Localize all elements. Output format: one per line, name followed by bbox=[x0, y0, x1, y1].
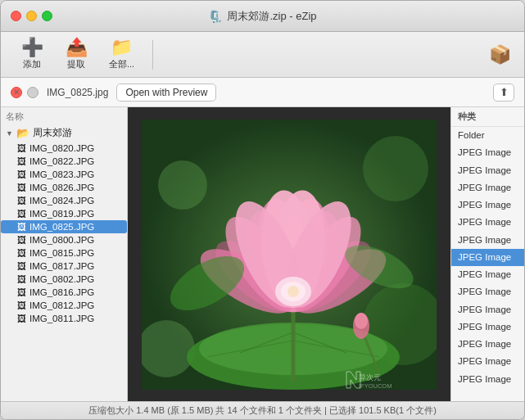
kind-item: JPEG Image bbox=[451, 371, 524, 388]
maximize-button[interactable] bbox=[42, 11, 52, 21]
file-name: IMG_0823.JPG bbox=[29, 169, 94, 179]
dropbox-button[interactable]: 📦 bbox=[489, 44, 511, 65]
kind-item: JPEG Image bbox=[451, 196, 524, 214]
kind-column-header: 种类 bbox=[451, 107, 524, 127]
extract-label: 提取 bbox=[67, 58, 85, 70]
title-bar: 🗜️ 周末郊游.zip - eZip bbox=[1, 1, 524, 32]
file-name: IMG_0820.JPG bbox=[29, 143, 94, 153]
add-label: 添加 bbox=[23, 58, 41, 70]
file-name: IMG_0815.JPG bbox=[29, 248, 94, 258]
toolbar-divider bbox=[152, 40, 153, 70]
close-button[interactable] bbox=[11, 11, 21, 21]
traffic-lights bbox=[11, 11, 52, 21]
folder-row[interactable]: ▼ 📂 周末郊游 bbox=[1, 124, 127, 142]
all-label: 全部... bbox=[109, 58, 134, 70]
file-name: IMG_0800.JPG bbox=[29, 235, 94, 245]
file-name: IMG_0819.JPG bbox=[29, 209, 94, 219]
add-icon: ➕ bbox=[21, 38, 43, 56]
kind-item: JPEG Image bbox=[451, 232, 524, 249]
sidebar-header: 名称 bbox=[1, 107, 127, 124]
title-center: 🗜️ 周末郊游.zip - eZip bbox=[208, 9, 316, 24]
kind-item: JPEG Image bbox=[451, 214, 524, 231]
kind-item: JPEG Image bbox=[451, 318, 524, 336]
list-item[interactable]: 🖼 IMG_0826.JPG bbox=[1, 181, 127, 194]
svg-text:异次元: 异次元 bbox=[359, 373, 381, 382]
list-item[interactable]: 🖼 IMG_0812.JPG bbox=[1, 299, 127, 312]
file-name: IMG_0824.JPG bbox=[29, 196, 94, 205]
main-content: 名称 ▼ 📂 周末郊游 🖼 IMG_0820.JPG 🖼 IMG_0822.JP… bbox=[1, 107, 524, 401]
file-icon: 🖼 bbox=[17, 300, 26, 310]
share-button[interactable]: ⬆ bbox=[493, 84, 514, 102]
svg-point-2 bbox=[363, 136, 428, 201]
file-name: IMG_0802.JPG bbox=[29, 274, 94, 284]
add-button[interactable]: ➕ 添加 bbox=[14, 35, 50, 74]
extract-button[interactable]: 📤 提取 bbox=[58, 35, 94, 74]
file-name: IMG_0826.JPG bbox=[29, 183, 94, 192]
file-icon: 🖼 bbox=[17, 143, 26, 153]
list-item[interactable]: 🖼 IMG_0816.JPG bbox=[1, 286, 127, 299]
list-item[interactable]: 🖼 IMG_0824.JPG bbox=[1, 194, 127, 207]
folder-name: 周末郊游 bbox=[33, 126, 72, 140]
svg-point-1 bbox=[158, 160, 207, 210]
list-item[interactable]: 🖼 IMG_0800.JPG bbox=[1, 233, 127, 246]
file-name: IMG_0812.JPG bbox=[29, 300, 94, 310]
preview-close-btn[interactable]: ✕ bbox=[11, 87, 22, 98]
kind-item: JPEG Image bbox=[451, 144, 524, 161]
lotus-preview-image: 异次元 IFYOUCOM bbox=[142, 120, 437, 390]
status-bar: 压缩包大小 1.4 MB (原 1.5 MB) 共 14 个文件和 1 个文件夹… bbox=[1, 401, 524, 419]
toolbar: ➕ 添加 📤 提取 📁 全部... 📦 bbox=[1, 32, 524, 78]
preview-close-buttons: ✕ bbox=[11, 87, 38, 98]
file-icon: 🖼 bbox=[17, 183, 26, 192]
file-icon: 🖼 bbox=[17, 287, 26, 297]
folder-icon: 📂 bbox=[16, 127, 29, 139]
file-icon: 🖼 bbox=[17, 222, 26, 232]
share-icon: ⬆ bbox=[500, 86, 509, 98]
preview-toolbar: ✕ IMG_0825.jpg Open with Preview ⬆ bbox=[1, 78, 524, 107]
svg-point-30 bbox=[287, 286, 299, 297]
file-icon: 🖼 bbox=[17, 235, 26, 245]
kind-item: Folder bbox=[451, 127, 524, 144]
kind-item: JPEG Image bbox=[451, 179, 524, 196]
list-item[interactable]: 🖼 IMG_0819.JPG bbox=[1, 207, 127, 220]
file-icon: 🖼 bbox=[17, 156, 26, 166]
kind-item: JPEG Image bbox=[451, 283, 524, 300]
file-icon: 🖼 bbox=[17, 196, 26, 205]
list-item[interactable]: 🖼 IMG_0823.JPG bbox=[1, 168, 127, 181]
kind-item: JPEG Image bbox=[451, 162, 524, 179]
file-icon: 🖼 bbox=[17, 248, 26, 258]
svg-text:IFYOUCOM: IFYOUCOM bbox=[359, 382, 391, 390]
all-button[interactable]: 📁 全部... bbox=[102, 35, 141, 74]
name-column-header: 名称 bbox=[6, 111, 24, 123]
right-panel: 异次元 IFYOUCOM 种类 Folder JPEG Image JPEG I… bbox=[128, 107, 524, 401]
kind-panel: 种类 Folder JPEG Image JPEG Image JPEG Ima… bbox=[450, 107, 524, 401]
file-icon: 🖼 bbox=[17, 209, 26, 219]
sidebar: 名称 ▼ 📂 周末郊游 🖼 IMG_0820.JPG 🖼 IMG_0822.JP… bbox=[1, 107, 128, 401]
window-title: 周末郊游.zip - eZip bbox=[227, 9, 316, 24]
file-name: IMG_0822.JPG bbox=[29, 156, 94, 166]
file-name: IMG_0825.JPG bbox=[29, 222, 94, 232]
file-icon: 🖼 bbox=[17, 274, 26, 284]
minimize-button[interactable] bbox=[26, 11, 37, 21]
preview-filename: IMG_0825.jpg bbox=[47, 87, 108, 98]
list-item[interactable]: 🖼 IMG_0822.JPG bbox=[1, 155, 127, 168]
folder-arrow-icon: ▼ bbox=[6, 129, 13, 138]
preview-nav-btn[interactable] bbox=[27, 87, 38, 98]
file-icon: 🖼 bbox=[17, 169, 26, 179]
kind-item: JPEG Image bbox=[451, 266, 524, 283]
kind-item: JPEG Image bbox=[451, 301, 524, 318]
all-icon: 📁 bbox=[111, 38, 133, 56]
file-name: IMG_0811.JPG bbox=[29, 314, 94, 323]
file-name: IMG_0817.JPG bbox=[29, 261, 94, 271]
file-icon: 🖼 bbox=[17, 314, 26, 323]
kind-item-selected: JPEG Image bbox=[451, 249, 524, 266]
file-name: IMG_0816.JPG bbox=[29, 287, 94, 297]
open-with-preview-button[interactable]: Open with Preview bbox=[116, 84, 216, 102]
kind-item: JPEG Image bbox=[451, 336, 524, 353]
list-item[interactable]: 🖼 IMG_0802.JPG bbox=[1, 273, 127, 286]
svg-point-33 bbox=[355, 313, 368, 329]
list-item[interactable]: 🖼 IMG_0815.JPG bbox=[1, 246, 127, 260]
list-item[interactable]: 🖼 IMG_0817.JPG bbox=[1, 260, 127, 273]
list-item[interactable]: 🖼 IMG_0820.JPG bbox=[1, 142, 127, 155]
list-item-selected[interactable]: 🖼 IMG_0825.JPG bbox=[1, 220, 127, 233]
list-item[interactable]: 🖼 IMG_0811.JPG bbox=[1, 312, 127, 325]
